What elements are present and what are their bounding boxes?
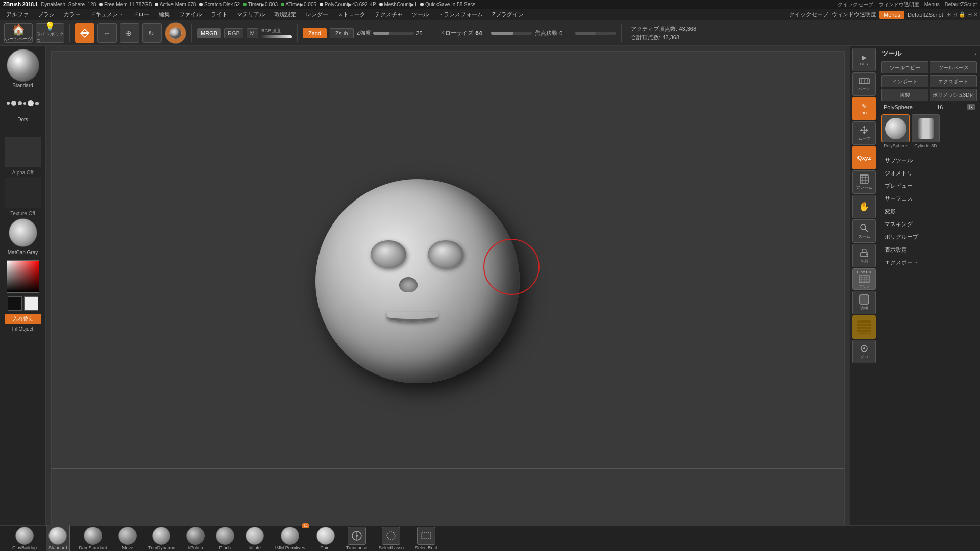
surface-item[interactable]: サーフェス [881, 192, 977, 205]
fill-object-label[interactable]: FillObject [12, 326, 34, 332]
mrgb-button[interactable]: MRGB [197, 28, 221, 38]
menus-button[interactable]: Menus [879, 11, 904, 19]
export-item[interactable]: エクスポート [881, 256, 977, 268]
material-button[interactable] [852, 315, 876, 339]
preview-item[interactable]: プレビュー [881, 180, 977, 192]
dots-preview[interactable] [7, 90, 39, 116]
cylinder3d-thumb[interactable]: Cylinder3D [912, 114, 940, 148]
hand-button[interactable]: ✋ [852, 195, 876, 218]
brush-paint[interactable]: Paint [314, 525, 337, 551]
menu-transform[interactable]: トランスフォーム [434, 10, 487, 19]
solo-button[interactable]: ソロ [852, 340, 876, 363]
texture-preview[interactable] [5, 178, 41, 208]
menu-zplugin[interactable]: Zプラグイン [488, 10, 528, 19]
tool-copy-button[interactable]: ツールコピー [881, 61, 928, 73]
brush-transpose[interactable]: Transpose [344, 525, 370, 551]
brush-pinch[interactable]: Pinch [214, 525, 236, 551]
brush-dam-standard[interactable]: DamStandard [77, 525, 110, 551]
transparency-label: 透明 [860, 306, 868, 311]
menu-tool[interactable]: ツール [408, 10, 433, 19]
cylinder3d-thumb-label: Cylinder3D [914, 143, 937, 148]
menu-file[interactable]: ファイル [175, 10, 206, 19]
poly-count: PolyCount▶43.692 KP [320, 2, 376, 7]
duplicate-button[interactable]: 複製 [881, 89, 928, 101]
canvas-area[interactable]: 0.997,0.051,-0.037 [46, 46, 850, 536]
polygroups-item[interactable]: ポリグループ [881, 231, 977, 243]
zsub-button[interactable]: Zsub [330, 28, 353, 38]
menu-document[interactable]: ドキュメント [86, 10, 128, 19]
brush-inflate[interactable]: Inflate [243, 525, 266, 551]
subtool-item[interactable]: サブツール [881, 154, 977, 166]
display-settings-item[interactable]: 表示設定 [881, 243, 977, 256]
tool-panel-close[interactable]: ‹ [975, 51, 977, 57]
tool-base-button[interactable]: ツールベース [930, 61, 977, 73]
transparency-button[interactable]: 透明 [852, 291, 876, 314]
menu-alpha[interactable]: アルファ [2, 10, 33, 19]
matcap-preview[interactable] [9, 218, 37, 247]
deformation-item[interactable]: 変形 [881, 205, 977, 217]
qxyz-button[interactable]: Qxyz [852, 146, 876, 169]
polysphere-thumb[interactable]: PolySphere [881, 114, 910, 148]
lightbox-button[interactable]: 💡 ライトボックス [36, 23, 64, 43]
brush-trim-dynamic[interactable]: TrimDynamic [146, 525, 177, 551]
menu-draw[interactable]: ドロー [129, 10, 154, 19]
menu-preferences[interactable]: 環境設定 [270, 10, 301, 19]
draw-tool-button[interactable] [75, 23, 94, 43]
m-button[interactable]: M [247, 28, 258, 38]
alpha-preview[interactable] [5, 137, 41, 167]
draw-size-slider[interactable] [491, 32, 532, 35]
zoom-button[interactable]: ズーム [852, 219, 876, 243]
brush-preview[interactable] [7, 49, 39, 82]
color-gradient[interactable] [7, 260, 39, 293]
menu-material[interactable]: マテリアル [233, 10, 269, 19]
menu-brush[interactable]: ブラシ [34, 10, 59, 19]
brush-h-polish[interactable]: hPolish [184, 525, 207, 551]
base-button[interactable]: ベース [852, 72, 876, 96]
poly3d-button[interactable]: ポリメッシュ3D化 [930, 89, 977, 101]
transform-button[interactable]: ムーブ [852, 121, 876, 145]
export-button[interactable]: エクスポート [930, 75, 977, 87]
menu-bar-right-area: クイックセーブ ウィンドウ透明度 Menus DefaultZScript ⊞ … [789, 11, 978, 19]
brush-move[interactable]: Move [116, 525, 139, 551]
polysphere-thumb-img[interactable] [881, 114, 910, 142]
quick-save-label: クイックセーブ [789, 11, 828, 18]
svg-rect-45 [422, 533, 431, 539]
menu-texture[interactable]: テクスチャ [371, 10, 407, 19]
masking-item[interactable]: マスキング [881, 218, 977, 230]
svg-text:↻: ↻ [148, 29, 154, 37]
3dprint-label: 印刷 [861, 259, 868, 264]
import-button[interactable]: インポート [881, 75, 928, 87]
brush-select-rect[interactable]: SelectRect [413, 525, 439, 551]
focal-shift-slider[interactable] [575, 32, 616, 35]
brush-select-lasso[interactable]: SelectLasso [377, 525, 406, 551]
line-fill-button[interactable]: Line Fill ポリフ [852, 268, 876, 290]
menu-color[interactable]: カラー [60, 10, 85, 19]
geometry-item[interactable]: ジオメトリ [881, 167, 977, 179]
menu-light[interactable]: ライト [207, 10, 232, 19]
frame-button[interactable]: フレーム [852, 170, 876, 194]
canvas-inner[interactable] [51, 51, 845, 531]
scratch-disk: Scratch Disk 52 [199, 2, 240, 7]
rgb-button[interactable]: RGB [224, 28, 243, 38]
brush-standard[interactable]: Standard [46, 525, 70, 551]
homepage-button[interactable]: 🏠 ホームページ [4, 23, 33, 43]
3dprint-button[interactable]: 印刷 [852, 244, 876, 267]
rotate-tool-button[interactable]: ↻ [142, 23, 162, 43]
menu-edit[interactable]: 編集 [155, 10, 174, 19]
active-tool-sphere[interactable] [165, 22, 186, 44]
background-color[interactable] [24, 296, 38, 311]
cylinder3d-thumb-img[interactable] [912, 114, 940, 142]
base-icon [859, 77, 870, 86]
transform-label: ムーブ [858, 136, 870, 141]
scale-tool-button[interactable]: ⊕ [120, 23, 139, 43]
menu-render[interactable]: レンダー [302, 10, 332, 19]
brush-clay-buildup[interactable]: ClayBuildup [10, 525, 39, 551]
swap-colors-button[interactable]: 入れ替え [5, 314, 41, 324]
foreground-color[interactable] [8, 296, 22, 311]
menu-stroke[interactable]: ストローク [333, 10, 370, 19]
brush-imm-primitives[interactable]: 14 IMM Primitives [273, 525, 307, 551]
3d-edit-button[interactable]: ✎ 3D [852, 97, 876, 120]
move-tool-button[interactable]: ↔ [97, 23, 117, 43]
bpr-button[interactable]: ▶ BPR [852, 48, 876, 71]
zadd-button[interactable]: Zadd [303, 28, 327, 38]
